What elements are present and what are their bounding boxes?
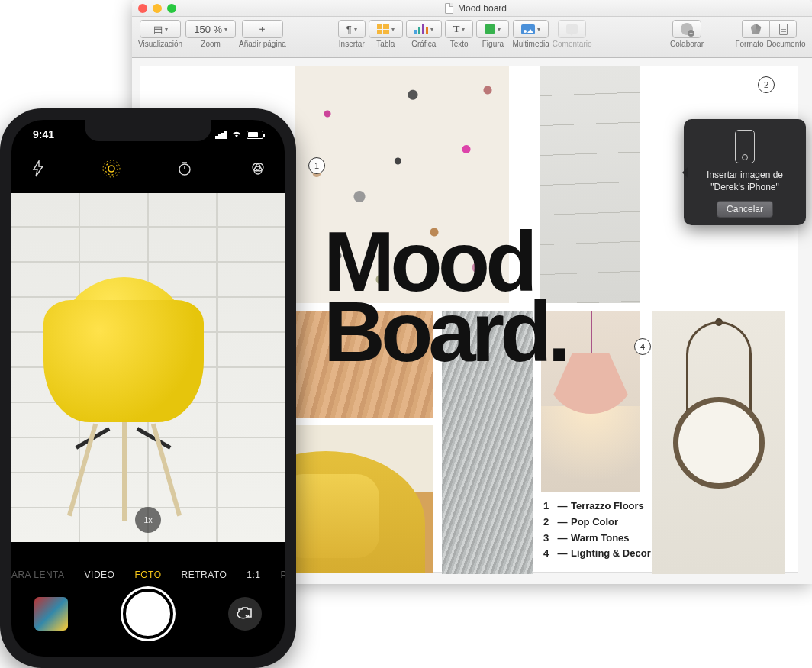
callout-1: 1 — [308, 157, 325, 174]
media-label: Multimedia — [512, 40, 549, 48]
camera-viewfinder[interactable]: 1x — [11, 193, 285, 542]
chart-button[interactable]: ▾ — [406, 20, 442, 38]
titlebar: Mood board — [132, 0, 812, 17]
format-button[interactable] — [742, 20, 769, 38]
shape-icon — [485, 24, 495, 34]
plus-icon: ＋ — [257, 22, 267, 36]
flash-icon[interactable] — [28, 159, 48, 179]
window-title: Mood board — [445, 3, 537, 14]
add-page-button[interactable]: ＋ — [242, 20, 283, 38]
collaborate-button[interactable] — [672, 20, 701, 38]
text-icon: T — [453, 23, 460, 35]
popover-message: Insertar imagen de"Derek's iPhone" — [691, 169, 798, 193]
table-button[interactable]: ▾ — [369, 20, 403, 38]
cellular-signal-icon — [215, 131, 227, 139]
camera-modes[interactable]: MARA LENTA VÍDEO FOTO RETRATO 1:1 PA — [11, 570, 285, 580]
shape-button[interactable]: ▾ — [476, 20, 509, 38]
media-icon — [521, 24, 535, 34]
document-pane-icon — [779, 24, 788, 35]
view-label: Visualización — [138, 40, 182, 48]
paragraph-icon: ¶ — [346, 24, 352, 35]
window-close-button[interactable] — [138, 4, 147, 13]
brush-icon — [751, 24, 762, 34]
window-zoom-button[interactable] — [167, 4, 176, 13]
view-icon: ▤ — [153, 24, 163, 35]
format-label: Formato — [733, 40, 766, 48]
text-button[interactable]: T▾ — [445, 20, 474, 38]
iphone-device: 9:41 — [0, 108, 296, 668]
mode-square[interactable]: 1:1 — [246, 570, 260, 580]
table-label: Tabla — [376, 40, 395, 48]
mode-portrait[interactable]: RETRATO — [182, 570, 227, 580]
chair-icon — [44, 300, 204, 422]
toolbar: ▤▾ Visualización 150 %▾ Zoom ＋ Añadir pá… — [132, 17, 812, 58]
comment-label: Comentario — [553, 40, 592, 48]
zoom-value: 150 % — [194, 24, 222, 35]
zoom-badge[interactable]: 1x — [135, 507, 161, 533]
shutter-button[interactable] — [123, 589, 173, 639]
collaborate-label: Colaborar — [670, 40, 704, 48]
svg-point-2 — [103, 160, 120, 177]
legend-row: 4—Lighting & Decor — [543, 546, 651, 562]
svg-point-1 — [105, 163, 118, 175]
document-button[interactable] — [769, 20, 797, 38]
text-label: Texto — [450, 40, 469, 48]
document-label: Documento — [766, 40, 806, 48]
mode-slowmo[interactable]: MARA LENTA — [11, 570, 65, 580]
collaborate-icon — [681, 23, 693, 35]
insert-from-iphone-popover: Insertar imagen de"Derek's iPhone" Cance… — [684, 119, 806, 225]
mode-photo[interactable]: FOTO — [134, 570, 161, 580]
table-icon — [377, 24, 389, 34]
legend-row: 1—Terrazzo Floors — [543, 499, 651, 515]
tile-mirror[interactable] — [652, 311, 785, 574]
timer-icon[interactable] — [175, 159, 195, 179]
insert-button[interactable]: ¶▾ — [338, 20, 366, 38]
legend-row: 3—Warm Tones — [543, 531, 651, 547]
callout-4: 4 — [634, 338, 651, 355]
document-icon — [445, 3, 453, 14]
zoom-label: Zoom — [201, 40, 221, 48]
callout-2: 2 — [758, 76, 775, 93]
mode-pano[interactable]: PA — [280, 570, 285, 580]
wifi-icon — [230, 128, 243, 140]
view-button[interactable]: ▤▾ — [140, 20, 181, 38]
comment-button[interactable] — [558, 20, 586, 38]
mirror-frame-icon — [673, 397, 765, 489]
title-line2: Board. — [324, 297, 567, 367]
mode-video[interactable]: VÍDEO — [85, 570, 115, 580]
zoom-button[interactable]: 150 %▾ — [185, 20, 236, 38]
iphone-screen: 9:41 — [11, 120, 285, 657]
camera-top-controls — [11, 150, 285, 187]
popover-cancel-button[interactable]: Cancelar — [717, 201, 773, 218]
last-photo-thumbnail[interactable] — [34, 597, 68, 631]
insert-label: Insertar — [339, 40, 365, 48]
battery-icon — [246, 131, 263, 139]
legend[interactable]: 1—Terrazzo Floors 2—Pop Color 3—Warm Ton… — [543, 499, 651, 562]
tile-sofa[interactable] — [295, 425, 433, 573]
window-minimize-button[interactable] — [153, 4, 162, 13]
chart-icon — [414, 24, 428, 34]
shape-label: Figura — [482, 40, 504, 48]
svg-point-0 — [108, 166, 114, 172]
iphone-outline-icon — [735, 130, 755, 163]
switch-camera-icon — [236, 605, 254, 623]
comment-icon — [566, 24, 578, 34]
switch-camera-button[interactable] — [228, 597, 262, 631]
media-button[interactable]: ▾ — [513, 20, 549, 38]
add-page-label: Añadir página — [239, 40, 286, 48]
live-photo-icon[interactable] — [102, 159, 121, 179]
notch — [85, 120, 211, 141]
legend-row: 2—Pop Color — [543, 515, 651, 531]
moodboard-title[interactable]: Mood Board. — [324, 227, 567, 367]
filters-icon[interactable] — [248, 159, 268, 179]
status-time: 9:41 — [33, 128, 54, 140]
window-title-text: Mood board — [458, 3, 507, 14]
chart-label: Gráfica — [411, 40, 436, 48]
camera-bottom-controls — [11, 583, 285, 644]
